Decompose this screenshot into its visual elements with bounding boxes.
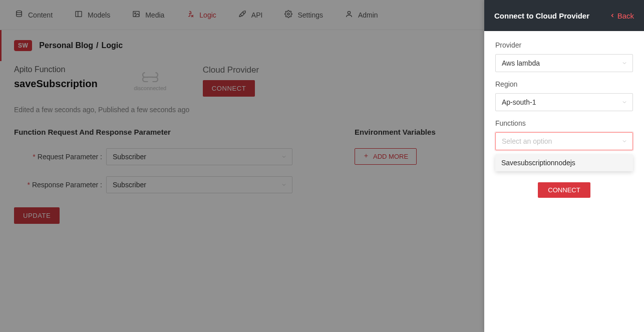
functions-label: Functions <box>495 119 633 127</box>
back-label: Back <box>617 12 634 20</box>
drawer-body: Provider Aws lambda Region Ap-south-1 Fu… <box>484 31 644 208</box>
functions-select[interactable]: Select an option <box>495 132 633 150</box>
region-select[interactable]: Ap-south-1 <box>495 93 633 111</box>
provider-select[interactable]: Aws lambda <box>495 54 633 72</box>
chevron-down-icon <box>621 60 627 66</box>
drawer-header: Connect to Cloud Provider Back <box>484 0 644 31</box>
chevron-left-icon <box>609 12 615 20</box>
provider-value: Aws lambda <box>502 59 540 67</box>
region-value: Ap-south-1 <box>502 98 536 106</box>
functions-placeholder: Select an option <box>502 137 552 145</box>
functions-option[interactable]: Savesubscriptionnodejs <box>495 154 633 171</box>
chevron-down-icon <box>621 99 627 105</box>
drawer-connect-button[interactable]: CONNECT <box>538 182 590 198</box>
chevron-down-icon <box>621 138 627 144</box>
cloud-provider-drawer: Connect to Cloud Provider Back Provider … <box>484 0 644 332</box>
drawer-title: Connect to Cloud Provider <box>494 12 589 20</box>
drawer-back-button[interactable]: Back <box>609 12 634 20</box>
drawer-footer: CONNECT <box>495 182 633 198</box>
provider-label: Provider <box>495 41 633 49</box>
region-label: Region <box>495 80 633 88</box>
functions-dropdown: Savesubscriptionnodejs <box>495 154 633 171</box>
